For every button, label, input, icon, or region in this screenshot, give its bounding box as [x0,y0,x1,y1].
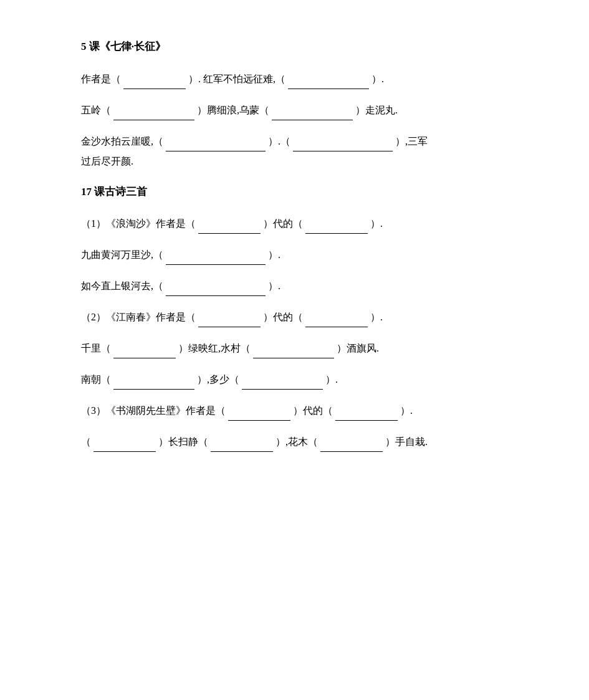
poem2-line1: 千里（ ）绿映红,水村（ ）酒旗风. [81,338,539,358]
text-p1-mid: ）代的（ [263,218,303,229]
text-qianli-end: ）酒旗风. [337,343,379,353]
blank-p1-dynasty[interactable] [305,223,368,234]
poem3-intro: （3）《书湖阴先生壁》作者是（ ）代的（ ）. [81,401,539,421]
text-jinsha: 金沙水拍云崖暖,（ [81,136,163,146]
blank-jinsha1[interactable] [166,140,266,151]
text-nanchao-mid: ）,多少（ [197,374,239,385]
text-end: ）. [371,74,384,84]
lesson5-line2: 五岭（ ）腾细浪,乌蒙（ ）走泥丸. [81,100,539,120]
text-nanchao: 南朝（ [81,374,111,385]
lesson5-section: 5 课《七律·长征》 作者是（ ）. 红军不怕远征难,（ ）. 五岭（ ）腾细浪… [81,37,539,171]
blank-p3-l1c[interactable] [320,441,383,452]
blank-qianli2[interactable] [253,347,334,358]
text-p2-intro: （2）《江南春》作者是（ [81,312,196,322]
blank-wuling[interactable] [113,109,194,120]
text-wuling: 五岭（ [81,105,111,115]
blank-p2-dynasty[interactable] [305,316,368,327]
blank-p3-l1a[interactable] [93,441,156,452]
text-p1-intro: （1）《浪淘沙》作者是（ [81,218,196,229]
blank-poem1[interactable] [288,78,369,89]
text-sanjun: ）,三军 [395,136,428,146]
lesson17-title: 17 课古诗三首 [81,183,539,202]
text-huamu: ）,花木（ [275,436,318,447]
blank-nanchao1[interactable] [113,378,194,390]
text-nanchao-end: ）. [325,374,338,385]
text-zuozhe: 作者是（ [81,74,121,84]
poem1-line2: 如今直上银河去,（ ）. [81,276,539,296]
text-p2-mid: ）代的（ [263,312,303,322]
text-jiuqu: 九曲黄河万里沙,（ [81,249,163,260]
poem3-line1: （ ）长扫静（ ）,花木（ ）手自栽. [81,432,539,452]
blank-jinsha2[interactable] [293,140,393,151]
text-p3-open: （ [81,436,91,447]
text-zuoni: ）走泥丸. [355,105,398,115]
text-changsao: ）长扫静（ [158,436,208,447]
blank-p3-author[interactable] [228,410,290,421]
blank-p1-author[interactable] [198,223,261,234]
text-jiuqu-end: ）. [268,249,280,260]
text-shouzai: ）手自栽. [385,436,428,447]
text-p3-intro: （3）《书湖阴先生壁》作者是（ [81,405,226,416]
blank-p2-author[interactable] [198,316,261,327]
text-qianli-mid: ）绿映红,水村（ [178,343,251,353]
text-dot1: ）.（ [268,136,290,146]
text-tengxi: ）腾细浪,乌蒙（ [197,105,269,115]
text-p1-end: ）. [370,218,383,229]
blank-author[interactable] [123,78,186,89]
text-guohou: 过后尽开颜. [81,156,133,166]
text-p2-end: ）. [370,312,383,322]
poem1-intro: （1）《浪淘沙》作者是（ ）代的（ ）. [81,214,539,234]
text-p3-end: ）. [400,405,413,416]
blank-wumeng[interactable] [272,109,353,120]
poem2-intro: （2）《江南春》作者是（ ）代的（ ）. [81,307,539,327]
lesson17-section: 17 课古诗三首 （1）《浪淘沙》作者是（ ）代的（ ）. 九曲黄河万里沙,（ … [81,183,539,453]
blank-jiuqu[interactable] [166,254,266,265]
blank-p3-l1b[interactable] [211,441,273,452]
blank-qianli1[interactable] [113,347,176,358]
lesson5-line3: 金沙水拍云崖暖,（ ）.（ ）,三军 过后尽开颜. [81,132,539,171]
blank-nanchao2[interactable] [242,378,323,390]
blank-rujin[interactable] [166,285,266,296]
text-qianli: 千里（ [81,343,111,353]
text-rujin-end: ）. [268,280,280,291]
poem2-line2: 南朝（ ）,多少（ ）. [81,370,539,390]
lesson5-line1: 作者是（ ）. 红军不怕远征难,（ ）. [81,69,539,89]
text-mid: ）. 红军不怕远征难,（ [188,74,285,84]
poem1-line1: 九曲黄河万里沙,（ ）. [81,245,539,265]
blank-p3-dynasty[interactable] [335,410,398,421]
lesson5-title: 5 课《七律·长征》 [81,37,539,57]
text-rujin: 如今直上银河去,（ [81,280,163,291]
text-p3-mid: ）代的（ [293,405,333,416]
